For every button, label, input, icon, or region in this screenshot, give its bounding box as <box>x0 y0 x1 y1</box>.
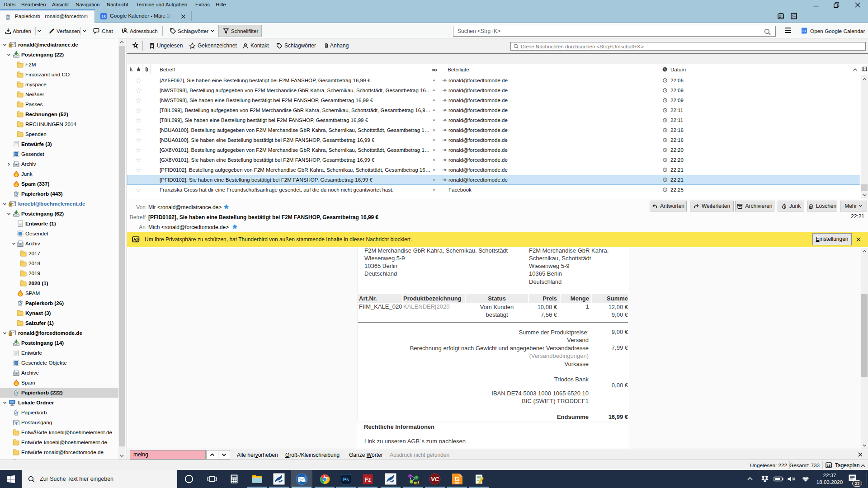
svg-text:18: 18 <box>827 464 830 468</box>
svg-text:PDF: PDF <box>455 482 459 484</box>
svg-text:31: 31 <box>802 29 807 33</box>
svg-text:mb: mb <box>414 480 419 485</box>
svg-text:VC: VC <box>431 476 439 483</box>
svg-text:Ps: Ps <box>343 477 349 482</box>
svg-text:18: 18 <box>101 14 106 19</box>
svg-text:Fz: Fz <box>364 476 370 483</box>
